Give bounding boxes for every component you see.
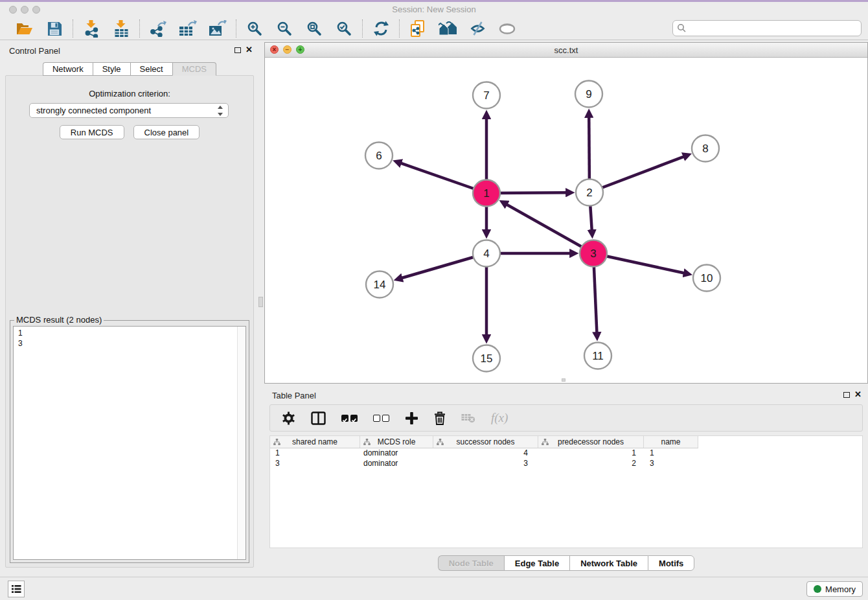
graph-node-label: 1 <box>483 187 489 200</box>
graph-node-label: 11 <box>592 350 604 362</box>
mcds-result-item[interactable]: 3 <box>18 338 246 349</box>
graph-node-label: 4 <box>483 248 489 260</box>
main-titlebar: Session: New Session <box>0 2 868 17</box>
save-session-icon[interactable] <box>45 19 64 38</box>
tab-style[interactable]: Style <box>93 62 130 76</box>
application-window: Session: New Session <box>0 0 868 600</box>
list-icon <box>12 584 21 594</box>
import-table-icon[interactable] <box>111 19 131 38</box>
reload-icon[interactable] <box>371 19 391 38</box>
graph-edge-3-1[interactable] <box>506 204 593 253</box>
table-panel-header: Table Panel ✕ <box>264 385 868 406</box>
select-all-icon[interactable] <box>341 415 358 422</box>
node-table[interactable]: shared name MCDS role successor nodes pr… <box>269 435 863 548</box>
window-title: Session: New Session <box>0 5 868 14</box>
optimization-criterion-dropdown[interactable]: strongly connected component <box>29 103 229 118</box>
memory-label: Memory <box>825 584 856 594</box>
table-panel-tabs: Node Table Edge Table Network Table Moti… <box>264 555 868 571</box>
table-toolbar: f(x) <box>269 404 863 432</box>
control-panel: Control Panel ✕ Network Style Select MCD… <box>0 40 259 577</box>
tab-network-table[interactable]: Network Table <box>569 555 648 571</box>
export-image-icon[interactable] <box>208 19 227 38</box>
graph-node-label: 10 <box>701 272 713 284</box>
network-view-title: scc.txt <box>265 45 867 55</box>
graph-node-label: 3 <box>590 248 596 260</box>
tab-mcds[interactable]: MCDS <box>172 62 216 76</box>
graph-node-label: 2 <box>586 187 592 199</box>
column-header-name[interactable]: name <box>644 436 698 448</box>
network-window-titlebar[interactable]: × − + scc.txt <box>265 43 867 58</box>
mcds-result-group: MCDS result (2 nodes) 1 3 <box>10 320 249 563</box>
tab-network[interactable]: Network <box>43 62 93 76</box>
function-builder-icon: f(x) <box>491 411 508 425</box>
column-header-successor-nodes[interactable]: successor nodes <box>433 436 538 448</box>
control-panel-tabs: Network Style Select MCDS <box>0 62 259 76</box>
search-icon <box>677 23 687 36</box>
close-panel-icon[interactable]: ✕ <box>854 389 862 399</box>
table-row[interactable]: 1 dominator 4 1 1 <box>270 448 698 459</box>
hide-selected-icon[interactable] <box>468 19 487 38</box>
task-history-button[interactable] <box>8 581 25 597</box>
clone-network-icon[interactable] <box>408 19 428 38</box>
dropdown-selected-value: strongly connected component <box>36 106 151 115</box>
graph-node-label: 7 <box>483 89 489 102</box>
zoom-in-icon[interactable] <box>245 19 264 38</box>
graph-node-label: 14 <box>374 279 386 291</box>
tree-icon <box>363 439 371 448</box>
tab-node-table[interactable]: Node Table <box>438 555 504 571</box>
export-table-icon[interactable] <box>178 19 198 38</box>
column-header-predecessor-nodes[interactable]: predecessor nodes <box>538 436 644 448</box>
add-column-icon[interactable] <box>405 411 418 425</box>
run-mcds-button[interactable]: Run MCDS <box>60 125 124 139</box>
memory-button[interactable]: Memory <box>806 581 863 597</box>
close-panel-icon[interactable]: ✕ <box>246 45 253 54</box>
tab-edge-table[interactable]: Edge Table <box>504 555 569 571</box>
mcds-panel-content: Optimization criterion: strongly connect… <box>5 75 254 568</box>
column-header-shared-name[interactable]: shared name <box>270 436 360 448</box>
graph-node-label: 8 <box>702 143 708 155</box>
float-panel-icon[interactable] <box>234 47 241 53</box>
canvas-splitter-handle[interactable] <box>562 378 565 382</box>
column-header-mcds-role[interactable]: MCDS role <box>360 436 433 448</box>
open-session-icon[interactable] <box>15 19 34 38</box>
home-icon[interactable] <box>438 19 457 38</box>
table-header-row: shared name MCDS role successor nodes pr… <box>270 436 698 448</box>
zoom-out-icon[interactable] <box>275 19 294 38</box>
tab-motifs[interactable]: Motifs <box>648 555 694 571</box>
search-input[interactable] <box>672 20 862 36</box>
delete-table-icon <box>461 413 475 423</box>
import-network-icon[interactable] <box>82 19 101 38</box>
show-hidden-icon[interactable] <box>497 19 517 38</box>
zoom-selected-icon[interactable] <box>334 19 354 38</box>
deselect-all-icon[interactable] <box>373 415 389 422</box>
tree-icon <box>437 439 444 448</box>
tree-icon <box>542 439 549 448</box>
mcds-result-item[interactable]: 1 <box>18 328 246 338</box>
graph-node-label: 9 <box>586 88 591 100</box>
tab-select[interactable]: Select <box>130 62 172 76</box>
table-row[interactable]: 3 dominator 3 2 3 <box>270 459 698 469</box>
status-bar: Memory <box>0 577 868 600</box>
split-columns-icon[interactable] <box>311 411 326 425</box>
network-view-window: × − + scc.txt 7968124314101511 <box>264 42 868 384</box>
export-network-icon[interactable] <box>148 19 168 38</box>
graph-edge-2-8[interactable] <box>589 156 685 192</box>
mcds-button-row: Run MCDS Close panel <box>6 125 253 139</box>
delete-column-icon[interactable] <box>434 411 446 425</box>
chevron-updown-icon <box>216 106 224 116</box>
scrollbar-track[interactable] <box>237 327 246 559</box>
control-panel-title: Control Panel <box>9 46 60 56</box>
vertical-splitter-handle[interactable] <box>258 297 263 307</box>
network-graph-canvas[interactable]: 7968124314101511 <box>265 58 868 384</box>
main-toolbar <box>0 17 868 40</box>
close-panel-button[interactable]: Close panel <box>133 125 200 139</box>
search-field-wrap <box>672 20 862 36</box>
control-panel-header: Control Panel ✕ <box>0 40 259 61</box>
tree-icon <box>273 439 280 448</box>
graph-node-label: 15 <box>481 352 493 365</box>
mcds-result-list[interactable]: 1 3 <box>13 326 246 560</box>
gear-icon[interactable] <box>282 411 295 425</box>
zoom-fit-icon[interactable] <box>304 19 324 38</box>
table-panel-title: Table Panel <box>272 391 316 400</box>
float-panel-icon[interactable] <box>843 392 850 398</box>
